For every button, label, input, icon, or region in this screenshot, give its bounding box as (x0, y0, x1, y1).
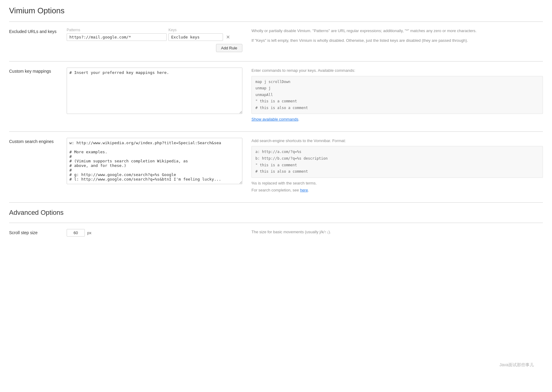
search-code-line-3: " this is a comment (255, 162, 539, 169)
excluded-urls-help: Wholly or partially disable Vimium. "Pat… (251, 28, 543, 52)
key-mappings-help-intro: Enter commands to remap your keys. Avail… (251, 68, 543, 74)
key-mappings-textarea[interactable]: # Insert your preferred key mappings her… (67, 68, 242, 114)
search-engines-help-intro: Add search-engine shortcuts to the Vomni… (251, 138, 543, 144)
advanced-options-title: Advanced Options (9, 209, 543, 217)
col-header-keys: Keys (168, 28, 223, 32)
search-code-line-2: b: http://b.com/?q=%s description (255, 155, 539, 162)
search-engines-textarea[interactable]: w: http://www.wikipedia.org/w/index.php?… (67, 138, 242, 184)
divider-4 (9, 223, 543, 223)
search-engines-code-block: a: http://a.com/?q=%s b: http://b.com/?q… (251, 146, 543, 178)
page-title: Vimium Options (9, 6, 543, 15)
excluded-urls-label: Excluded URLs and keys (9, 28, 58, 52)
divider-3 (9, 202, 543, 203)
scroll-step-row: px (67, 229, 242, 237)
remove-rule-button[interactable]: ✕ (225, 35, 231, 40)
custom-key-mappings-help: Enter commands to remap your keys. Avail… (251, 68, 543, 122)
add-rule-row: Add Rule (67, 44, 242, 52)
search-engines-help-text2: For search completion, see (251, 188, 300, 192)
add-rule-button[interactable]: Add Rule (216, 44, 242, 52)
custom-key-mappings-controls: # Insert your preferred key mappings her… (67, 68, 242, 122)
custom-key-mappings-label: Custom key mappings (9, 68, 58, 122)
search-code-line-1: a: http://a.com/?q=%s (255, 149, 539, 155)
excluded-urls-help-text1: Wholly or partially disable Vimium. "Pat… (251, 28, 543, 34)
scroll-step-label: Scroll step size (9, 229, 58, 237)
col-header-patterns: Patterns (67, 28, 167, 32)
excluded-urls-help-text2: If "Keys" is left empty, then Vimium is … (251, 38, 543, 44)
custom-search-engines-help: Add search-engine shortcuts to the Vomni… (251, 138, 543, 193)
search-engines-help-text2-row: For search completion, see here. (251, 187, 543, 193)
scroll-step-input[interactable] (67, 229, 85, 237)
scroll-step-help-text: The size for basic movements (usually j/… (251, 229, 543, 235)
divider-2 (9, 131, 543, 132)
code-line-5: # this is also a comment (255, 105, 539, 111)
col-headers-row: Patterns Keys (67, 28, 242, 32)
show-commands-suffix: . (298, 117, 300, 121)
scroll-step-controls: px (67, 229, 242, 237)
custom-search-engines-controls: w: http://www.wikipedia.org/w/index.php?… (67, 138, 242, 193)
show-commands-link[interactable]: Show available commands (251, 117, 298, 121)
custom-search-engines-section: Custom search engines w: http://www.wiki… (9, 138, 543, 193)
scroll-step-section: Scroll step size px The size for basic m… (9, 229, 543, 237)
top-divider (9, 22, 543, 22)
excluded-urls-controls: Patterns Keys ✕ Add Rule (67, 28, 242, 52)
here-suffix: . (308, 188, 309, 192)
excluded-urls-section: Excluded URLs and keys Patterns Keys ✕ A… (9, 28, 543, 52)
search-code-line-4: # this is also a comment (255, 168, 539, 175)
key-mappings-code-block: map j scrollDown unmap j unmapAll " this… (251, 76, 543, 114)
pattern-input[interactable] (67, 33, 167, 41)
url-rule-row: ✕ (67, 33, 242, 41)
code-line-3: unmapAll (255, 92, 539, 98)
code-line-2: unmap j (255, 85, 539, 92)
scroll-step-help: The size for basic movements (usually j/… (251, 229, 543, 237)
code-line-4: " this is a comment (255, 98, 539, 105)
divider-1 (9, 61, 543, 61)
custom-search-engines-label: Custom search engines (9, 138, 58, 193)
custom-key-mappings-section: Custom key mappings # Insert your prefer… (9, 68, 543, 122)
px-label: px (87, 231, 91, 235)
here-link[interactable]: here (300, 188, 308, 192)
code-line-1: map j scrollDown (255, 79, 539, 85)
search-engines-help-text1: %s is replaced with the search terms. (251, 180, 543, 186)
keys-input[interactable] (168, 33, 223, 41)
